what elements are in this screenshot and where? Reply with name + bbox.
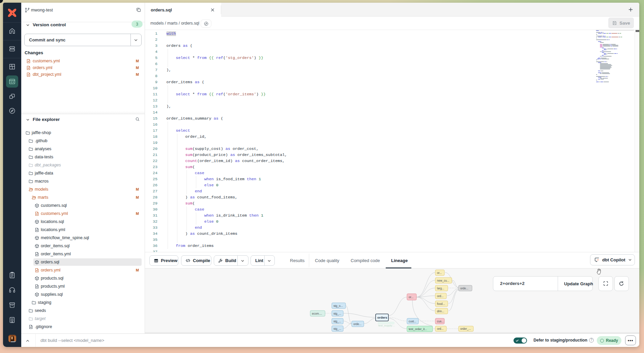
svg-text:cus...: cus... bbox=[437, 320, 444, 323]
svg-text:stg_o...: stg_o... bbox=[333, 304, 343, 308]
svg-text:or...: or... bbox=[409, 295, 413, 299]
svg-text:ecom....: ecom.... bbox=[312, 312, 322, 315]
svg-text:larg...: larg... bbox=[437, 287, 444, 290]
svg-text:orders: orders bbox=[377, 316, 387, 319]
svg-text:test_supply:...: test_supply:... bbox=[378, 324, 395, 327]
svg-text:stg_...: stg_... bbox=[333, 320, 341, 323]
svg-text:test_order_it...: test_order_it... bbox=[409, 327, 427, 331]
svg-text:stg_...: stg_... bbox=[333, 327, 341, 330]
svg-text:order_...: order_... bbox=[460, 327, 471, 330]
svg-text:new_cu...: new_cu... bbox=[437, 279, 449, 282]
svg-text:stg_...: stg_... bbox=[333, 312, 341, 315]
svg-text:drin...: drin... bbox=[437, 310, 444, 313]
svg-text:food...: food... bbox=[437, 302, 445, 306]
svg-text:orde...: orde... bbox=[353, 322, 361, 326]
svg-text:orde...: orde... bbox=[460, 287, 468, 290]
svg-text:ord...: ord... bbox=[437, 294, 443, 298]
svg-text:or...: or... bbox=[437, 271, 442, 275]
svg-text:ord...: ord... bbox=[437, 327, 443, 330]
svg-text:cust...: cust... bbox=[409, 320, 416, 323]
